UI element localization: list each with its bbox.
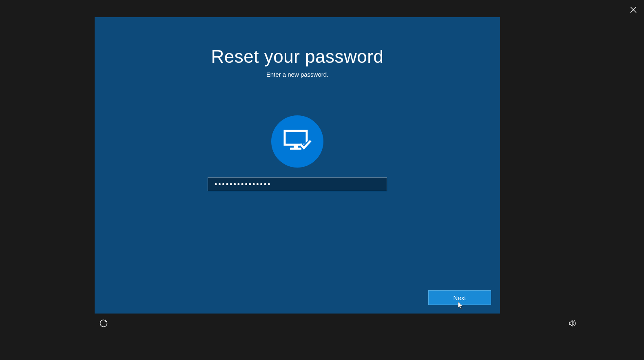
ease-of-access-icon [100, 319, 108, 327]
next-button-label: Next [454, 294, 466, 301]
account-avatar [271, 115, 323, 168]
volume-icon [569, 319, 577, 327]
page-title: Reset your password [211, 46, 384, 67]
ease-of-access-button[interactable] [99, 318, 108, 328]
page-subtitle: Enter a new password. [266, 71, 329, 78]
volume-button[interactable] [568, 318, 578, 328]
close-icon [630, 7, 637, 13]
new-password-input[interactable] [208, 177, 387, 191]
next-button[interactable]: Next [428, 290, 491, 305]
close-button[interactable] [629, 6, 637, 14]
svg-rect-3 [294, 145, 298, 148]
reset-password-panel: Reset your password Enter a new password… [95, 17, 500, 314]
bottom-toolbar [0, 312, 644, 328]
monitor-check-icon [283, 128, 312, 153]
